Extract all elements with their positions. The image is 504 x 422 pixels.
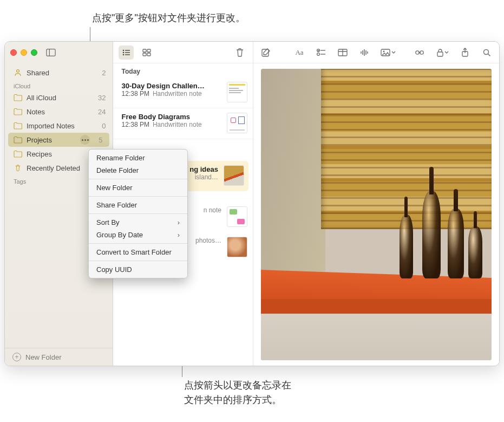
sidebar-item-label: Recipes [27, 150, 52, 158]
sidebar-item-label: Recently Deleted [27, 164, 80, 172]
menu-separator [89, 179, 187, 179]
delete-note-button[interactable] [232, 46, 247, 60]
fullscreen-window-button[interactable] [31, 49, 37, 56]
link-button[interactable] [413, 46, 427, 60]
sidebar-item-projects[interactable]: Projects 5 [8, 133, 109, 147]
note-subtitle: island… [195, 173, 218, 181]
sidebar-item-label: Imported Notes [27, 122, 75, 130]
svg-rect-0 [47, 49, 55, 56]
search-button[interactable] [480, 46, 494, 60]
minimize-window-button[interactable] [21, 49, 27, 56]
menu-share-folder[interactable]: Share Folder [89, 199, 187, 211]
menu-separator [89, 213, 187, 214]
svg-point-2 [17, 70, 19, 73]
folder-icon [14, 150, 22, 158]
svg-point-33 [484, 49, 489, 54]
checklist-button[interactable] [314, 46, 328, 60]
chevron-right-icon: › [178, 231, 180, 239]
sidebar-footer: + New Folder [5, 348, 113, 366]
svg-rect-11 [143, 53, 146, 56]
trash-icon [14, 164, 22, 172]
media-button[interactable] [379, 46, 397, 60]
menu-group-by-date[interactable]: Group By Date › [89, 229, 187, 241]
sidebar-item-count: 32 [98, 94, 106, 102]
note-subtitle: Handwritten note [153, 121, 202, 128]
sidebar-shared-label: Shared [27, 69, 49, 77]
table-button[interactable] [336, 46, 350, 60]
menu-copy-uuid[interactable]: Copy UUID [89, 263, 187, 276]
callout-bottom-line1: 点按箭头以更改备忘录在 [184, 378, 291, 393]
chevron-right-icon: › [178, 218, 180, 226]
note-photo[interactable] [261, 69, 492, 360]
menu-separator [89, 261, 187, 261]
compose-button[interactable] [259, 46, 273, 60]
shared-icon [14, 68, 22, 77]
note-thumbnail [224, 165, 244, 186]
note-thumbnail [227, 237, 247, 257]
note-item[interactable]: 30-Day Design Challen… 12:38 PMHandwritt… [113, 77, 253, 108]
menu-sort-label: Sort By [96, 218, 120, 226]
editor-content [253, 63, 499, 366]
note-subtitle: photos… [195, 237, 221, 244]
sidebar-item-label: All iCloud [27, 94, 56, 102]
svg-rect-9 [143, 49, 146, 52]
plus-icon: + [12, 353, 21, 361]
note-thumbnail [227, 206, 247, 227]
audio-button[interactable] [357, 46, 371, 60]
list-section-header: Today [113, 63, 253, 77]
menu-separator [89, 243, 187, 244]
menu-convert-smart[interactable]: Convert to Smart Folder [89, 246, 187, 258]
menu-separator [89, 196, 187, 197]
note-title: Free Body Diagrams [122, 113, 221, 121]
new-folder-button[interactable]: New Folder [25, 353, 61, 361]
callout-bottom-line2: 文件夹中的排序方式。 [184, 393, 291, 407]
menu-group-label: Group By Date [96, 231, 143, 239]
menu-delete-folder[interactable]: Delete Folder [89, 164, 187, 177]
sidebar-item-notes[interactable]: Notes 24 [5, 105, 113, 119]
svg-rect-8 [125, 54, 130, 55]
folder-context-menu: Rename Folder Delete Folder New Folder S… [88, 149, 188, 278]
list-view-button[interactable] [119, 46, 134, 60]
share-button[interactable] [458, 46, 472, 60]
sidebar-item-all-icloud[interactable]: All iCloud 32 [5, 90, 113, 105]
note-subtitle: n note [204, 206, 221, 214]
sidebar-toggle-icon[interactable] [46, 48, 56, 57]
svg-point-3 [122, 49, 124, 51]
sidebar-shared-count: 2 [102, 69, 106, 77]
sidebar-item-shared[interactable]: Shared 2 [5, 66, 113, 80]
format-button[interactable]: Aa [292, 46, 306, 60]
more-button[interactable] [80, 135, 90, 145]
sidebar-item-count: 0 [102, 122, 106, 130]
grid-view-button[interactable] [139, 46, 154, 60]
note-time: 12:38 PM [122, 121, 149, 128]
sidebar-section-icloud: iCloud [5, 80, 113, 90]
traffic-lights [10, 49, 37, 56]
menu-new-folder[interactable]: New Folder [89, 181, 187, 194]
svg-point-5 [122, 51, 124, 53]
sidebar-item-imported[interactable]: Imported Notes 0 [5, 119, 113, 133]
editor-toolbar: Aa [253, 42, 499, 63]
callout-bottom: 点按箭头以更改备忘录在 文件夹中的排序方式。 [184, 378, 291, 407]
svg-point-16 [317, 53, 320, 55]
close-window-button[interactable] [10, 49, 17, 56]
more-icon [82, 139, 89, 141]
callout-top: 点按"更多"按钮对文件夹进行更改。 [92, 11, 245, 25]
folder-icon [14, 94, 22, 101]
menu-sort-by[interactable]: Sort By › [89, 216, 187, 229]
note-item[interactable]: Free Body Diagrams 12:38 PMHandwritten n… [113, 108, 253, 139]
menu-rename-folder[interactable]: Rename Folder [89, 152, 187, 164]
svg-rect-6 [125, 52, 130, 53]
note-title: 30-Day Design Challen… [122, 82, 221, 90]
lock-button[interactable] [434, 46, 450, 60]
folder-icon [14, 122, 22, 129]
note-thumbnail [227, 82, 247, 102]
note-thumbnail [227, 113, 247, 133]
editor-column: Aa [253, 42, 499, 366]
svg-rect-31 [437, 52, 443, 56]
svg-point-7 [122, 54, 124, 55]
titlebar-left [5, 42, 113, 63]
svg-rect-12 [147, 53, 150, 56]
folder-icon [14, 108, 22, 115]
list-toolbar [113, 42, 253, 63]
svg-rect-15 [320, 50, 325, 50]
